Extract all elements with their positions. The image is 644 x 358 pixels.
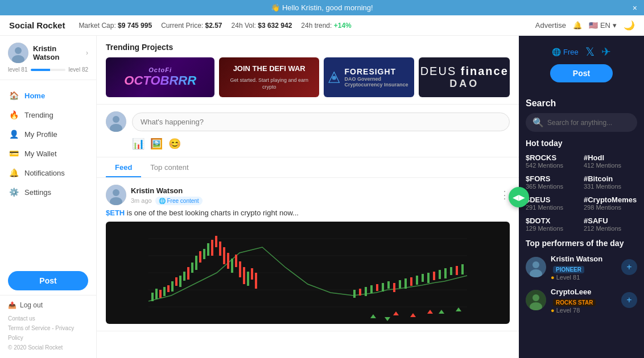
svg-rect-25: [183, 272, 185, 281]
top-performers-section: Top performers of the day Kristin Watson…: [519, 239, 644, 326]
sidebar-item-profile[interactable]: 👤 My Profile: [0, 124, 96, 144]
svg-point-72: [532, 261, 539, 268]
chart-icon[interactable]: 📊: [132, 138, 145, 150]
sidebar-item-trending[interactable]: 🔥 Trending: [0, 105, 96, 124]
current-price-stat: Current Price: $2.57: [161, 22, 222, 30]
svg-rect-49: [382, 283, 384, 292]
search-icon: 🔍: [532, 117, 544, 128]
hot-item-dotx: $DOTX 129 Mentions: [526, 217, 579, 232]
svg-rect-36: [227, 253, 229, 269]
hot-item-fors: $FORS 365 Mentions: [526, 174, 579, 190]
sidebar-item-home[interactable]: 🏠 Home: [0, 86, 96, 105]
post-time: 3m ago: [131, 197, 152, 204]
telegram-icon[interactable]: ✈: [601, 45, 611, 59]
search-container: Search 🔍: [519, 91, 644, 139]
hot-item-safu: #SAFU 212 Mentions: [584, 217, 637, 232]
svg-rect-59: [439, 270, 441, 279]
tab-feed[interactable]: Feed: [106, 157, 141, 177]
post-item: Kristin Watson 3m ago 🌐 Free content ⋮ $…: [97, 178, 519, 331]
arrows-icon: ◀▶: [513, 193, 525, 202]
hot-today-title: Hot today: [526, 139, 637, 148]
tab-top-content[interactable]: Top content: [141, 157, 197, 177]
svg-rect-28: [195, 256, 197, 270]
post-text: $ETH is one of the best looking charts i…: [106, 209, 510, 217]
twitter-icon[interactable]: 𝕏: [585, 45, 595, 59]
svg-rect-26: [187, 267, 189, 280]
content-wrapper: Trending Projects OctoFi OCTOBRRR JOIN T…: [97, 36, 644, 358]
dark-post-button[interactable]: Post: [550, 64, 613, 82]
svg-rect-40: [243, 267, 245, 284]
home-icon: 🏠: [9, 91, 19, 100]
level-bar: [31, 69, 65, 71]
top-performers-title: Top performers of the day: [526, 239, 637, 248]
svg-rect-56: [422, 274, 424, 282]
search-input-wrap: 🔍: [526, 113, 637, 132]
performer-kristin: Kristin Watson PIONEER ● Level 81 +: [526, 253, 637, 281]
svg-rect-44: [353, 290, 356, 298]
user-name: Kristin Watson: [33, 44, 81, 61]
add-performer-button[interactable]: +: [621, 259, 637, 275]
svg-rect-48: [376, 284, 378, 291]
post-input[interactable]: [132, 113, 510, 131]
svg-rect-38: [235, 255, 237, 267]
hot-today-section: Hot today $ROCKS 542 Mentions #Hodl 412 …: [519, 139, 644, 239]
language-selector[interactable]: 🇺🇸 EN ▾: [589, 21, 617, 30]
sidebar-item-settings[interactable]: ⚙️ Settings: [0, 182, 96, 202]
sidebar: Kristin Watson › level 81 level 82 🏠 Hom…: [0, 36, 97, 358]
add-performer-button-2[interactable]: +: [621, 292, 637, 308]
banner-octobrrr[interactable]: OctoFi OCTOBRRR: [106, 57, 214, 97]
social-share-section: 🌐 Free 𝕏 ✈ Post: [519, 36, 644, 91]
notification-bar: 👋 Hello Kristin, good morning! ×: [0, 0, 644, 15]
svg-rect-24: [179, 276, 181, 287]
banner-defi-war[interactable]: JOIN THE DEFI WAR Get started. Start pla…: [219, 57, 319, 97]
divider-circle[interactable]: ◀▶: [509, 187, 529, 207]
search-input[interactable]: [547, 119, 630, 127]
wallet-icon: 💳: [9, 149, 19, 158]
svg-rect-18: [155, 289, 158, 299]
svg-rect-51: [393, 283, 395, 292]
chart-container: [106, 222, 510, 324]
post-avatar: [106, 185, 126, 205]
banner-deus[interactable]: DEUS finance DAO: [419, 57, 510, 97]
performer-level-crypto: ● Level 78: [551, 307, 617, 314]
hot-item-bitcoin: #Bitcoin 331 Mentions: [584, 174, 637, 190]
post-button[interactable]: Post: [8, 271, 88, 290]
hot-item-rocks: $ROCKS 542 Mentions: [526, 153, 579, 169]
advertise-link[interactable]: Advertise: [535, 21, 566, 30]
close-icon[interactable]: ×: [633, 3, 637, 13]
free-badge: 🌐 Free content: [155, 197, 203, 205]
chevron-down-icon: ▾: [613, 21, 617, 30]
dark-mode-toggle[interactable]: 🌙: [624, 20, 635, 31]
nav-menu: 🏠 Home 🔥 Trending 👤 My Profile 💳 My Wall…: [0, 80, 96, 267]
chevron-right-icon: ›: [86, 49, 88, 57]
left-feed: Trending Projects OctoFi OCTOBRRR JOIN T…: [97, 36, 519, 358]
svg-rect-23: [175, 277, 177, 286]
svg-rect-29: [199, 251, 201, 263]
emoji-icon[interactable]: 😊: [168, 138, 181, 150]
performer-avatar-kristin: [526, 257, 546, 277]
ticker-eth[interactable]: $ETH: [106, 209, 125, 217]
post-user-name: Kristin Watson: [131, 186, 183, 195]
bell-icon[interactable]: 🔔: [573, 21, 582, 30]
svg-rect-47: [370, 285, 373, 293]
rocks-star-badge: ROCKS STAR: [553, 299, 596, 306]
svg-rect-37: [231, 259, 233, 273]
avatar: [8, 43, 28, 63]
svg-rect-34: [219, 242, 221, 256]
image-icon[interactable]: 🖼️: [150, 138, 163, 150]
nav-label-home: Home: [24, 91, 45, 100]
sidebar-item-notifications[interactable]: 🔔 Notifications: [0, 163, 96, 182]
svg-rect-58: [433, 272, 435, 280]
level-left: level 81: [8, 66, 27, 73]
free-label: 🌐 Free: [552, 48, 578, 56]
nav-label-trending: Trending: [24, 111, 53, 119]
nav-label-wallet: My Wallet: [24, 149, 57, 158]
banner-foresight[interactable]: FORESIGHT DAO Governed Cryptocurrency In…: [324, 57, 415, 97]
svg-rect-54: [410, 277, 412, 286]
svg-rect-17: [151, 293, 154, 301]
svg-rect-19: [159, 290, 162, 298]
logout-button[interactable]: 📤 Log out: [8, 301, 88, 309]
sidebar-item-wallet[interactable]: 💳 My Wallet: [0, 144, 96, 163]
svg-rect-50: [387, 281, 390, 289]
performer-name-crypto: CryptoLeee: [551, 288, 592, 296]
